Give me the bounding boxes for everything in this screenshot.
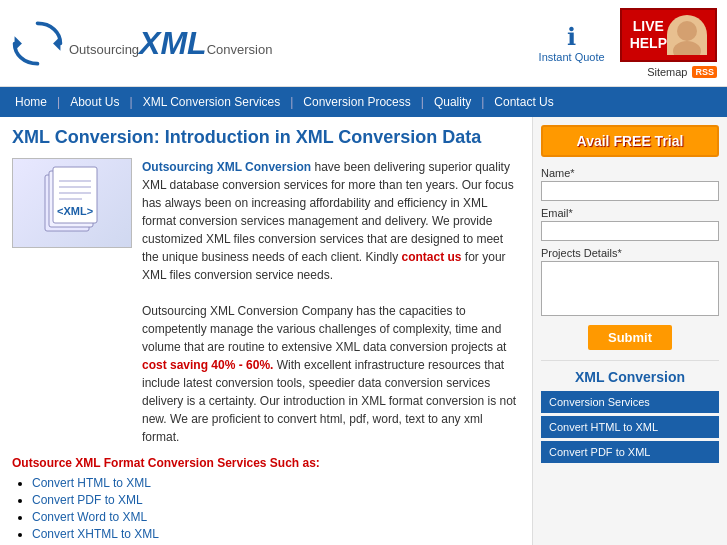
instant-quote-button[interactable]: ℹ Instant Quote <box>539 23 605 63</box>
email-form-group: Email* <box>541 207 719 241</box>
list-item: Convert HTML to XML <box>32 476 520 490</box>
nav-item-services[interactable]: XML Conversion Services <box>133 87 291 117</box>
content-area: XML Conversion: Introduction in XML Conv… <box>0 117 532 545</box>
sidebar: Avail FREE Trial Name* Email* Projects D… <box>532 117 727 545</box>
intro-p1-text: have been delivering superior quality XM… <box>142 160 514 264</box>
sidebar-link-conversion-services[interactable]: Conversion Services <box>541 391 719 413</box>
rss-badge[interactable]: RSS <box>692 66 717 78</box>
name-label: Name* <box>541 167 719 179</box>
list-item: Convert Word to XML <box>32 510 520 524</box>
email-label: Email* <box>541 207 719 219</box>
svg-marker-0 <box>53 36 60 51</box>
instant-quote-label: Instant Quote <box>539 51 605 63</box>
main-content: XML Conversion: Introduction in XML Conv… <box>0 117 727 545</box>
intro-section: <XML> Outsourcing XML Conversion have be… <box>12 158 520 446</box>
sidebar-link-pdf-to-xml[interactable]: Convert PDF to XML <box>541 441 719 463</box>
name-form-group: Name* <box>541 167 719 201</box>
bullet-link-1[interactable]: Convert PDF to XML <box>32 493 143 507</box>
live-help-person-icon <box>667 15 707 55</box>
sidebar-section-title: XML Conversion <box>541 360 719 385</box>
page-header: Outsourcing XML Conversion ℹ Instant Quo… <box>0 0 727 87</box>
details-label: Projects Details* <box>541 247 719 259</box>
header-right: ℹ Instant Quote LIVE HELP Sitemap RSS <box>539 8 717 78</box>
sitemap-rss-area: Sitemap RSS <box>647 66 717 78</box>
sitemap-link[interactable]: Sitemap <box>647 66 687 78</box>
logo-area: Outsourcing XML Conversion <box>10 16 539 71</box>
brand-name: Outsourcing XML Conversion <box>142 160 311 174</box>
contact-link[interactable]: contact us <box>402 250 462 264</box>
list-item: Convert PDF to XML <box>32 493 520 507</box>
details-form-group: Projects Details* <box>541 247 719 319</box>
intro-image: <XML> <box>12 158 132 248</box>
trial-box: Avail FREE Trial <box>541 125 719 157</box>
trial-label: Avail FREE Trial <box>577 133 684 149</box>
nav-item-quality[interactable]: Quality <box>424 87 481 117</box>
svg-point-2 <box>677 21 697 41</box>
intro-p2-text: Outsourcing XML Conversion Company has t… <box>142 304 506 354</box>
nav-item-process[interactable]: Conversion Process <box>293 87 420 117</box>
sidebar-link-html-to-xml[interactable]: Convert HTML to XML <box>541 416 719 438</box>
logo-conversion: Conversion <box>207 42 273 57</box>
document-illustration-icon: <XML> <box>27 163 117 243</box>
details-textarea[interactable] <box>541 261 719 316</box>
list-item: Convert XHTML to XML <box>32 527 520 541</box>
svg-text:<XML>: <XML> <box>57 205 93 217</box>
nav-item-home[interactable]: Home <box>5 87 57 117</box>
live-help-box[interactable]: LIVE HELP <box>620 8 717 62</box>
page-title: XML Conversion: Introduction in XML Conv… <box>12 127 520 148</box>
cost-saving-text: cost saving 40% - 60%. <box>142 358 273 372</box>
logo-arrows-icon <box>10 16 65 71</box>
email-input[interactable] <box>541 221 719 241</box>
svg-marker-1 <box>15 36 22 51</box>
submit-button[interactable]: Submit <box>588 325 672 350</box>
section-heading: Outsource XML Format Conversion Services… <box>12 456 520 470</box>
bullet-link-0[interactable]: Convert HTML to XML <box>32 476 151 490</box>
nav-item-contact[interactable]: Contact Us <box>484 87 563 117</box>
svg-point-3 <box>673 41 701 55</box>
logo-xml: XML <box>139 25 207 62</box>
live-help-line1: LIVE <box>630 18 667 35</box>
bullet-link-2[interactable]: Convert Word to XML <box>32 510 147 524</box>
nav-item-about[interactable]: About Us <box>60 87 129 117</box>
name-input[interactable] <box>541 181 719 201</box>
intro-text-block: Outsourcing XML Conversion have been del… <box>142 158 520 446</box>
bullet-link-3[interactable]: Convert XHTML to XML <box>32 527 159 541</box>
services-list: Convert HTML to XML Convert PDF to XML C… <box>32 476 520 545</box>
main-nav: Home | About Us | XML Conversion Service… <box>0 87 727 117</box>
live-help-line2: HELP <box>630 35 667 52</box>
logo-outsourcing: Outsourcing <box>69 42 139 57</box>
